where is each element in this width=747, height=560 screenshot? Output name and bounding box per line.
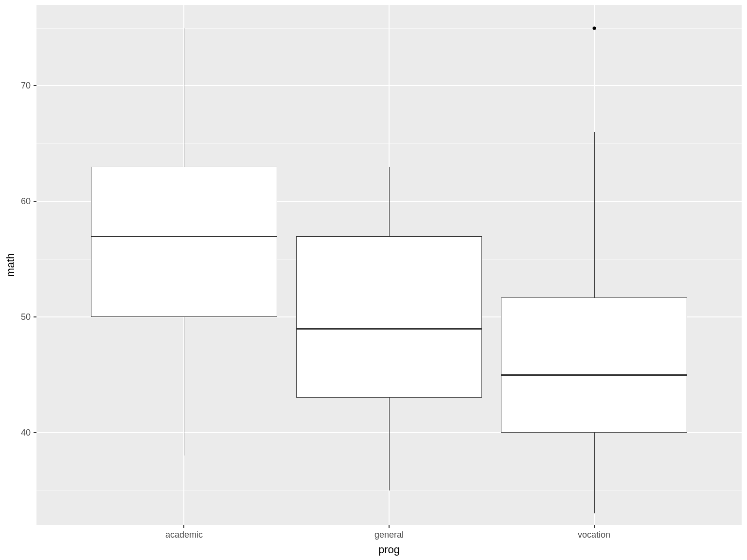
median-line <box>501 374 687 376</box>
y-tick-mark <box>34 85 36 86</box>
x-axis-title: prog <box>378 543 400 556</box>
box <box>501 298 687 433</box>
whisker-upper <box>389 167 390 236</box>
boxplot-chart: 40506070academicgeneralvocation math pro… <box>0 0 747 560</box>
y-tick-label: 50 <box>0 312 31 322</box>
median-line <box>296 328 482 330</box>
whisker-lower <box>389 398 390 490</box>
whisker-lower <box>184 317 184 455</box>
whisker-upper <box>594 132 595 298</box>
x-tick-label: academic <box>165 530 203 540</box>
y-axis-title: math <box>4 253 17 277</box>
x-tick-mark <box>183 525 184 528</box>
whisker-lower <box>594 433 595 513</box>
box <box>296 236 482 398</box>
y-tick-mark <box>34 316 36 317</box>
x-tick-mark <box>389 525 390 528</box>
y-tick-label: 70 <box>0 81 31 91</box>
median-line <box>91 236 277 237</box>
y-tick-label: 40 <box>0 427 31 438</box>
box <box>91 167 277 317</box>
x-tick-label: general <box>374 530 404 540</box>
outlier-point <box>592 26 596 30</box>
y-tick-mark <box>34 432 36 433</box>
y-tick-label: 60 <box>0 196 31 207</box>
x-tick-mark <box>594 525 595 528</box>
x-tick-label: vocation <box>578 530 610 540</box>
whisker-upper <box>184 28 184 167</box>
y-tick-mark <box>34 201 36 202</box>
